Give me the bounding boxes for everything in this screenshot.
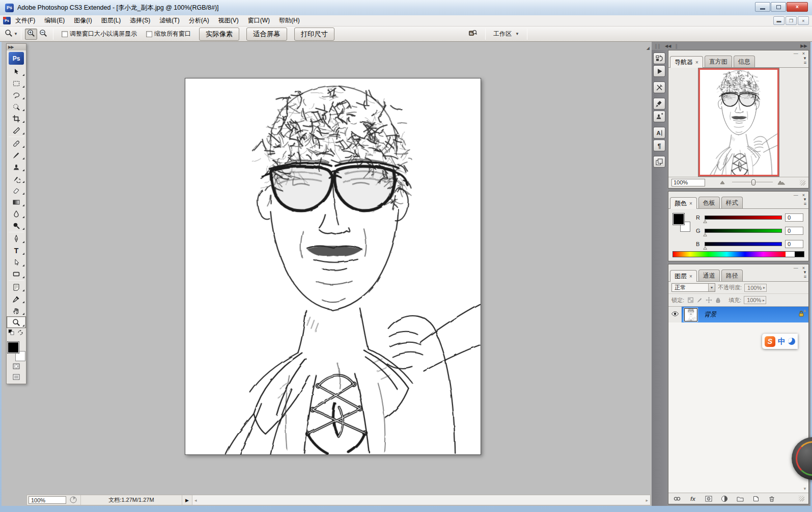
dock-grip[interactable]: ∥ xyxy=(675,43,678,49)
spinner-icon[interactable]: ▸ xyxy=(763,285,765,290)
zoom-in-mountain-icon[interactable] xyxy=(777,178,786,187)
zoom-in-button[interactable] xyxy=(25,29,37,40)
lock-paint-button[interactable] xyxy=(696,297,704,304)
sogou-logo-icon[interactable]: S xyxy=(765,336,775,347)
quick-selection-tool[interactable] xyxy=(7,101,26,113)
document-info[interactable]: 文档:1.27M/1.27M xyxy=(80,495,182,505)
navigator-view-frame[interactable] xyxy=(698,68,779,176)
default-colors-icon[interactable] xyxy=(8,329,16,339)
path-selection-tool[interactable] xyxy=(7,256,26,268)
layer-style-button[interactable]: fx xyxy=(688,495,697,503)
menu-help[interactable]: 帮助(H) xyxy=(274,15,304,26)
green-value-field[interactable] xyxy=(785,227,803,235)
go-to-bridge-button[interactable]: Br xyxy=(464,29,482,40)
resize-grip[interactable] xyxy=(800,180,805,185)
slider-thumb[interactable] xyxy=(703,220,707,223)
screen-mode-button[interactable] xyxy=(10,373,23,383)
notes-tool[interactable] xyxy=(7,281,26,293)
history-brush-tool[interactable] xyxy=(7,173,26,184)
brush-tool[interactable] xyxy=(7,149,26,161)
layer-row-background[interactable]: 背景 xyxy=(668,307,808,322)
restore-button[interactable] xyxy=(771,2,786,12)
menu-filter[interactable]: 滤镜(T) xyxy=(155,15,184,26)
clone-stamp-tool[interactable] xyxy=(7,161,26,173)
status-expand-arrow[interactable]: ▶ xyxy=(182,498,192,503)
red-value-field[interactable] xyxy=(785,213,803,222)
gradient-tool[interactable] xyxy=(7,196,26,208)
spot-healing-tool[interactable] xyxy=(7,138,26,149)
eyedropper-tool[interactable] xyxy=(7,293,26,305)
tab-channels[interactable]: 通道 xyxy=(698,270,720,281)
visibility-toggle[interactable] xyxy=(668,307,682,322)
green-slider[interactable] xyxy=(705,229,782,233)
doc-restore-button[interactable]: ❐ xyxy=(786,16,797,25)
menu-analysis[interactable]: 分析(A) xyxy=(184,15,214,26)
tab-paths[interactable]: 路径 xyxy=(721,270,743,281)
panel-menu-icon[interactable]: ▾≡ xyxy=(804,270,806,279)
add-mask-button[interactable] xyxy=(704,495,713,503)
link-layers-button[interactable] xyxy=(673,495,682,503)
blend-mode-select[interactable]: 正常▼ xyxy=(671,283,715,292)
hand-tool[interactable] xyxy=(7,305,26,316)
resize-grip[interactable] xyxy=(799,496,804,501)
layer-thumbnail[interactable] xyxy=(684,308,697,321)
slider-thumb[interactable] xyxy=(703,246,707,250)
blur-tool[interactable] xyxy=(7,208,26,220)
navigator-zoom-field[interactable] xyxy=(671,179,705,186)
character-panel-button[interactable]: A xyxy=(653,127,665,139)
close-button[interactable]: × xyxy=(787,2,808,12)
swap-colors-icon[interactable] xyxy=(16,329,24,339)
ime-fullwidth-icon[interactable] xyxy=(788,338,795,345)
crop-tool[interactable] xyxy=(7,113,26,124)
print-size-button[interactable]: 打印尺寸 xyxy=(294,28,334,41)
lock-transparent-button[interactable] xyxy=(687,297,694,304)
zoom-out-mountain-icon[interactable] xyxy=(719,178,727,187)
zoom-out-button[interactable] xyxy=(37,29,49,40)
menu-select[interactable]: 选择(S) xyxy=(125,15,155,26)
zoom-tool-preset[interactable]: ▼ xyxy=(5,29,17,40)
spinner-icon[interactable]: ▸ xyxy=(763,298,765,303)
minimize-button[interactable] xyxy=(755,2,770,12)
layer-name[interactable]: 背景 xyxy=(700,307,794,322)
ime-mode-indicator[interactable]: 中 xyxy=(778,337,786,346)
tool-presets-panel-button[interactable] xyxy=(653,82,665,93)
clone-source-panel-button[interactable] xyxy=(653,111,665,122)
fill-field[interactable]: 100%▸ xyxy=(744,296,766,304)
delete-layer-button[interactable] xyxy=(767,495,776,503)
zoom-tool[interactable] xyxy=(7,316,26,328)
slider-thumb[interactable] xyxy=(751,179,755,185)
foreground-color-swatch[interactable] xyxy=(8,342,19,353)
document-canvas[interactable] xyxy=(185,78,481,455)
move-tool[interactable] xyxy=(7,66,26,77)
navigator-zoom-slider[interactable] xyxy=(732,179,773,186)
doc-close-button[interactable]: × xyxy=(798,16,809,25)
adjustment-layer-button[interactable] xyxy=(720,495,729,503)
paragraph-panel-button[interactable]: ¶ xyxy=(653,140,665,151)
tab-swatches[interactable]: 色板 xyxy=(698,197,720,208)
actions-panel-button[interactable] xyxy=(653,65,665,77)
menu-layer[interactable]: 图层(L) xyxy=(97,15,126,26)
doc-minimize-button[interactable]: ▬ xyxy=(773,16,785,25)
menu-window[interactable]: 窗口(W) xyxy=(243,15,274,26)
lasso-tool[interactable] xyxy=(7,89,26,101)
shape-tool[interactable] xyxy=(7,268,26,280)
new-layer-button[interactable] xyxy=(751,495,761,503)
dodge-tool[interactable] xyxy=(7,220,26,231)
menu-edit[interactable]: 编辑(E) xyxy=(40,15,69,26)
panel-minimize-icon[interactable]: — xyxy=(794,265,798,271)
title-bar[interactable]: Ps Adobe Photoshop CS3 Extended - [李小龙_副… xyxy=(0,0,812,15)
blue-value-field[interactable] xyxy=(785,240,803,248)
tab-color[interactable]: 颜色× xyxy=(670,197,697,209)
document-icon[interactable]: Ps xyxy=(3,17,11,24)
tab-styles[interactable]: 样式 xyxy=(721,197,743,208)
quick-mask-button[interactable] xyxy=(10,362,23,372)
zoom-all-windows-checkbox[interactable] xyxy=(146,31,152,37)
horizontal-scrollbar[interactable]: ◂ ▸ xyxy=(192,495,650,505)
lock-move-button[interactable] xyxy=(705,297,713,304)
new-group-button[interactable] xyxy=(736,495,745,503)
actual-pixels-button[interactable]: 实际像素 xyxy=(199,28,239,41)
tab-info[interactable]: 信息 xyxy=(734,56,755,67)
menu-file[interactable]: 文件(F) xyxy=(11,15,40,26)
color-spectrum-ramp[interactable] xyxy=(673,251,804,257)
workspace-dropdown[interactable]: 工作区 ▼ xyxy=(489,30,523,38)
